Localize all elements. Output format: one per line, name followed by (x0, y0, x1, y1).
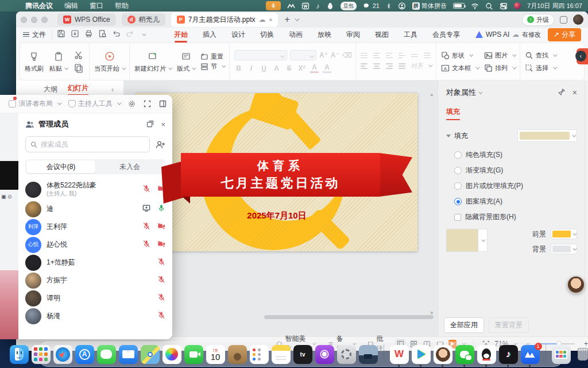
user-menubar-icon[interactable] (398, 2, 406, 10)
dock-calendar[interactable]: 7月10 (206, 345, 225, 364)
shadow-button[interactable]: A (272, 64, 281, 72)
fill-option-2[interactable]: 图片或纹理填充(P) (454, 181, 585, 191)
dock-launchpad[interactable] (32, 345, 51, 364)
new-tab-button[interactable]: + (285, 14, 290, 25)
dock-meeting-avatar[interactable] (434, 345, 452, 364)
mic-status-icon[interactable] (266, 1, 281, 10)
section-button[interactable]: 节 (200, 62, 225, 71)
dock-photos[interactable] (163, 345, 181, 364)
share-button[interactable]: ↗ 分享 (548, 28, 581, 41)
bluetooth-icon[interactable] (386, 2, 392, 10)
dock-wallpaper[interactable] (359, 345, 378, 364)
fullscreen-icon[interactable] (144, 100, 151, 108)
add-member-icon[interactable] (156, 140, 165, 149)
wifi-icon[interactable] (471, 2, 479, 10)
tab-list-chevron-icon[interactable] (295, 16, 299, 21)
doubao-menubar-icon[interactable]: 豆包 (341, 2, 357, 10)
apply-all-button[interactable]: 全部应用 (444, 317, 484, 333)
battery-icon[interactable] (453, 3, 465, 9)
dock-podcasts[interactable] (315, 345, 334, 364)
background-color-dropdown[interactable] (551, 244, 577, 254)
ribbon-tab-开始[interactable]: 开始 (167, 28, 195, 41)
ribbon-tab-会员专享[interactable]: 会员专享 (425, 28, 467, 41)
dock-qq[interactable] (477, 345, 496, 364)
highlight-color-button[interactable]: A (323, 63, 331, 73)
dock-messages[interactable] (97, 345, 116, 364)
menubar-datetime[interactable]: 7月10日 周四 16:07 (527, 2, 582, 10)
text-direction-button[interactable] (411, 54, 418, 57)
undo-button[interactable] (112, 29, 121, 40)
bold-button[interactable]: B (234, 64, 243, 72)
align-center-button[interactable] (373, 63, 380, 69)
member-row[interactable]: 谭明 (25, 289, 165, 307)
floating-meeting-avatar[interactable] (567, 276, 585, 293)
copy-button[interactable] (73, 62, 84, 74)
format-painter-button[interactable]: 格式刷 (25, 51, 44, 73)
dock-appstore[interactable]: A (75, 345, 94, 364)
cut-button[interactable] (73, 49, 84, 61)
line-spacing-button[interactable] (424, 53, 431, 59)
file-menu-button[interactable]: 文件 (23, 30, 46, 40)
member-row[interactable]: 1+范静茹 (25, 254, 165, 271)
increase-indent-button[interactable] (399, 53, 405, 59)
insert-picture-button[interactable]: 图片 (484, 51, 515, 60)
align-right-button[interactable] (386, 63, 393, 69)
dock-tencent-video[interactable] (412, 345, 431, 364)
dock-settings[interactable] (337, 345, 356, 364)
hide-background-checkbox[interactable]: 隐藏背景图形(H) (446, 212, 585, 222)
spotlight-search-icon[interactable] (485, 2, 493, 10)
member-row[interactable]: 方振宇 (25, 271, 165, 289)
scroll-up-arrow-icon[interactable]: ▲ (430, 92, 434, 97)
menubar-menu-help[interactable]: 帮助 (109, 1, 134, 11)
menubar-menu-edit[interactable]: 编辑 (59, 1, 84, 11)
reset-slide-button[interactable]: 重置 (200, 52, 223, 61)
slide-title-ribbon[interactable]: 体育系 七月主题党日活动 (181, 153, 380, 197)
speaker-layout-button[interactable]: 演讲者布局 (9, 99, 60, 109)
dock-notes[interactable] (272, 345, 291, 364)
dock-reminders[interactable] (250, 345, 269, 364)
superscript-button[interactable]: X² (297, 64, 306, 72)
dock-safari[interactable] (53, 345, 72, 364)
fill-color-dropdown[interactable] (517, 129, 577, 142)
bullet-list-button[interactable] (361, 53, 368, 59)
tab-docer[interactable]: d 稻壳儿 (122, 13, 165, 26)
minimize-window-button[interactable] (31, 17, 37, 23)
decrease-font-button[interactable]: A⁻ (331, 51, 339, 59)
insert-shape-button[interactable]: 形状 (441, 51, 472, 60)
settings-button[interactable] (128, 100, 136, 108)
pattern-preview-swatch[interactable] (446, 229, 478, 252)
dock-downloads[interactable] (552, 345, 571, 364)
close-panel-icon[interactable]: × (161, 120, 165, 129)
host-tools-button[interactable]: 主持人工具 (68, 99, 120, 109)
paste-button[interactable]: 粘贴 (49, 51, 67, 73)
dock-finder[interactable] (10, 345, 29, 364)
control-center-icon[interactable] (500, 2, 508, 10)
ribbon-tab-审阅[interactable]: 审阅 (339, 28, 368, 41)
redo-button[interactable] (126, 29, 134, 40)
dock-tencent-meeting[interactable]: 1 (521, 345, 540, 364)
pin-icon[interactable] (558, 88, 566, 95)
justify-button[interactable] (399, 63, 405, 69)
print-button[interactable] (84, 29, 93, 40)
italic-button[interactable]: I (247, 64, 256, 72)
dock-douyin[interactable]: ♪ (499, 345, 518, 364)
siri-icon[interactable] (514, 2, 521, 9)
properties-chevron-icon[interactable] (478, 90, 482, 94)
ribbon-tab-工具[interactable]: 工具 (396, 28, 425, 41)
slide-layout-button[interactable]: 版式 (177, 51, 195, 73)
close-properties-icon[interactable]: × (572, 88, 577, 97)
member-tab[interactable]: 会议中(8) (26, 160, 95, 173)
insert-textbox-button[interactable]: A文本框 (441, 64, 478, 72)
preview-button[interactable] (98, 29, 107, 40)
menubar-menu-window[interactable]: 窗口 (84, 1, 109, 11)
fill-option-0[interactable]: 纯色填充(S) (454, 150, 585, 160)
wechat-menubar-icon[interactable]: 21 (363, 2, 380, 10)
input-method-indicator[interactable]: 拼简体拼音 (412, 2, 447, 10)
popout-icon[interactable] (146, 120, 154, 128)
ribbon-tab-放映[interactable]: 放映 (310, 28, 339, 41)
find-button[interactable]: 查找 (525, 51, 556, 60)
tab-wps-office[interactable]: W WPS Office (57, 13, 116, 26)
member-row[interactable]: 心悦赵心悦 (25, 236, 165, 254)
select-button[interactable]: 选择 (525, 64, 556, 72)
douyin-menubar-icon[interactable]: ♪ (316, 2, 320, 10)
